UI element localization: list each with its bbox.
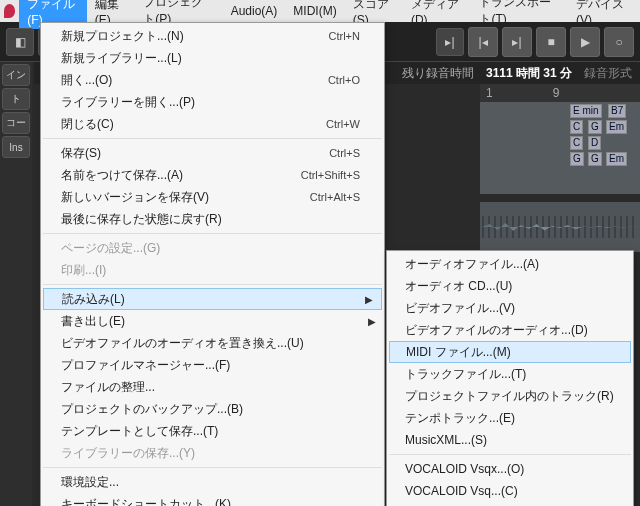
import-submenu-item-label: プロジェクトファイル内のトラック(R) — [405, 388, 614, 405]
chord-emin[interactable]: E min — [570, 104, 602, 118]
file-menu-item-label: 新規プロジェクト...(N) — [61, 28, 329, 45]
file-menu-item-label: キーボードショートカット...(K) — [61, 496, 360, 507]
chord-g[interactable]: G — [588, 120, 602, 134]
file-menu-item-shortcut: Ctrl+W — [326, 118, 360, 130]
menu-device[interactable]: デバイス(V) — [568, 0, 636, 29]
rec-time-value: 3111 時間 31 分 — [486, 65, 572, 82]
import-submenu-item-label: MIDI ファイル...(M) — [406, 344, 511, 361]
file-menu-item-16[interactable]: ビデオファイルのオーディオを置き換え...(U) — [41, 332, 384, 354]
timeline-ruler[interactable]: 1 9 — [480, 84, 640, 102]
import-submenu-item-8[interactable]: MusicXML...(S) — [387, 429, 633, 451]
import-submenu-item-label: オーディオファイル...(A) — [405, 256, 539, 273]
rec-time-label: 残り録音時間 — [402, 65, 474, 82]
file-menu-sep — [43, 467, 382, 468]
import-submenu-item-1[interactable]: オーディオ CD...(U) — [387, 275, 633, 297]
import-submenu-item-label: MusicXML...(S) — [405, 433, 487, 447]
import-submenu-sep — [389, 454, 631, 455]
file-menu-item-18[interactable]: ファイルの整理... — [41, 376, 384, 398]
file-menu-item-0[interactable]: 新規プロジェクト...(N)Ctrl+N — [41, 25, 384, 47]
chord-b7[interactable]: B7 — [608, 104, 626, 118]
file-menu-item-7[interactable]: 名前をつけて保存...(A)Ctrl+Shift+S — [41, 164, 384, 186]
file-menu-item-shortcut: Ctrl+O — [328, 74, 360, 86]
file-menu-item-15[interactable]: 書き出し(E)▶ — [41, 310, 384, 332]
import-submenu-item-10[interactable]: VOCALOID Vsqx...(O) — [387, 458, 633, 480]
file-menu-item-20[interactable]: テンプレートとして保存...(T) — [41, 420, 384, 442]
import-submenu-item-5[interactable]: トラックファイル...(T) — [387, 363, 633, 385]
file-menu-item-17[interactable]: プロファイルマネージャー...(F) — [41, 354, 384, 376]
record-button[interactable]: ○ — [604, 27, 634, 57]
chord-d[interactable]: D — [588, 136, 601, 150]
toggle-left-panel-button[interactable]: ◧ — [6, 28, 34, 56]
submenu-arrow-icon: ▶ — [368, 316, 376, 327]
file-menu-item-shortcut: Ctrl+Shift+S — [301, 169, 360, 181]
stop-button[interactable]: ■ — [536, 27, 566, 57]
import-submenu-item-label: ビデオファイルのオーディオ...(D) — [405, 322, 588, 339]
menu-transport[interactable]: トランスポート(T) — [471, 0, 568, 30]
file-menu-item-label: 最後に保存した状態に戻す(R) — [61, 211, 360, 228]
file-menu-item-24[interactable]: キーボードショートカット...(K) — [41, 493, 384, 506]
next-marker-button[interactable]: ▸| — [502, 27, 532, 57]
file-menu-item-14[interactable]: 読み込み(L)▶ — [43, 288, 382, 310]
import-submenu-item-label: テンポトラック...(E) — [405, 410, 515, 427]
file-menu-item-label: 新しいバージョンを保存(V) — [61, 189, 310, 206]
play-button[interactable]: ▶ — [570, 27, 600, 57]
file-menu-item-label: テンプレートとして保存...(T) — [61, 423, 360, 440]
file-menu-item-label: 新規ライブラリー...(L) — [61, 50, 360, 67]
file-menu-item-1[interactable]: 新規ライブラリー...(L) — [41, 47, 384, 69]
chord-track[interactable]: E min B7 C G Em C D G G Em — [480, 102, 640, 194]
import-submenu: オーディオファイル...(A)オーディオ CD...(U)ビデオファイル...(… — [386, 250, 634, 506]
file-menu-item-shortcut: Ctrl+Alt+S — [310, 191, 360, 203]
import-submenu-item-3[interactable]: ビデオファイルのオーディオ...(D) — [387, 319, 633, 341]
chord-c2[interactable]: C — [570, 136, 583, 150]
file-menu-item-19[interactable]: プロジェクトのバックアップ...(B) — [41, 398, 384, 420]
ruler-mark-1: 1 — [486, 86, 493, 100]
file-menu-item-4[interactable]: 閉じる(C)Ctrl+W — [41, 113, 384, 135]
menu-audio[interactable]: Audio(A) — [223, 2, 286, 20]
chord-c[interactable]: C — [570, 120, 583, 134]
menu-media[interactable]: メディア(D) — [403, 0, 472, 29]
chord-em[interactable]: Em — [606, 120, 627, 134]
file-menu-item-2[interactable]: 開く...(O)Ctrl+O — [41, 69, 384, 91]
import-submenu-item-6[interactable]: プロジェクトファイル内のトラック(R) — [387, 385, 633, 407]
import-submenu-item-label: オーディオ CD...(U) — [405, 278, 512, 295]
file-menu-item-9[interactable]: 最後に保存した状態に戻す(R) — [41, 208, 384, 230]
file-menu-item-label: 保存(S) — [61, 145, 329, 162]
left-tab-inspector[interactable]: イン — [2, 64, 30, 86]
import-submenu-item-7[interactable]: テンポトラック...(E) — [387, 407, 633, 429]
file-menu-item-21: ライブラリーの保存...(Y) — [41, 442, 384, 464]
chord-g2[interactable]: G — [570, 152, 584, 166]
file-menu-item-label: 読み込み(L) — [62, 291, 359, 308]
file-menu-item-label: ライブラリーの保存...(Y) — [61, 445, 360, 462]
audio-track[interactable] — [480, 202, 640, 252]
import-submenu-item-11[interactable]: VOCALOID Vsq...(C) — [387, 480, 633, 502]
left-tab-instrument[interactable]: Ins — [2, 136, 30, 158]
file-menu-item-label: プロジェクトのバックアップ...(B) — [61, 401, 360, 418]
chord-em2[interactable]: Em — [606, 152, 627, 166]
file-menu-item-6[interactable]: 保存(S)Ctrl+S — [41, 142, 384, 164]
import-submenu-item-2[interactable]: ビデオファイル...(V) — [387, 297, 633, 319]
file-menu-item-8[interactable]: 新しいバージョンを保存(V)Ctrl+Alt+S — [41, 186, 384, 208]
file-menu-item-3[interactable]: ライブラリーを開く...(P) — [41, 91, 384, 113]
left-tab-chord[interactable]: コー — [2, 112, 30, 134]
auto-scroll-button[interactable]: ▸| — [436, 28, 464, 56]
import-submenu-item-label: ビデオファイル...(V) — [405, 300, 515, 317]
rec-format-label: 録音形式 — [584, 65, 632, 82]
app-logo — [4, 4, 15, 18]
submenu-arrow-icon: ▶ — [365, 294, 373, 305]
menu-bar: ファイル(F) 編集(E) プロジェクト(P) Audio(A) MIDI(M)… — [0, 0, 640, 22]
left-tab-track[interactable]: ト — [2, 88, 30, 110]
import-submenu-item-0[interactable]: オーディオファイル...(A) — [387, 253, 633, 275]
file-menu-sep — [43, 233, 382, 234]
file-menu-item-23[interactable]: 環境設定... — [41, 471, 384, 493]
menu-midi[interactable]: MIDI(M) — [285, 2, 344, 20]
import-submenu-item-12[interactable]: OMF...(F) — [387, 502, 633, 506]
file-menu-item-shortcut: Ctrl+N — [329, 30, 360, 42]
file-menu-item-label: プロファイルマネージャー...(F) — [61, 357, 360, 374]
chord-g3[interactable]: G — [588, 152, 602, 166]
prev-marker-button[interactable]: |◂ — [468, 27, 498, 57]
file-menu-item-label: 環境設定... — [61, 474, 360, 491]
import-submenu-item-4[interactable]: MIDI ファイル...(M) — [389, 341, 631, 363]
file-menu-item-label: ファイルの整理... — [61, 379, 360, 396]
file-menu-item-label: ビデオファイルのオーディオを置き換え...(U) — [61, 335, 360, 352]
file-menu-item-label: 閉じる(C) — [61, 116, 326, 133]
